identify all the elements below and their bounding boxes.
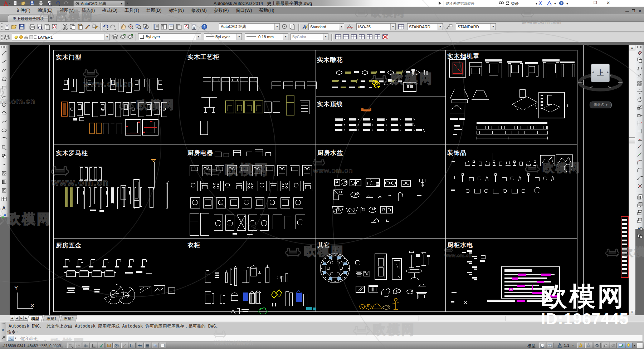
lock-icon[interactable] <box>602 343 609 348</box>
doc-close-icon[interactable]: ✕ <box>638 9 641 14</box>
vscroll-thumb[interactable] <box>629 137 635 143</box>
move-tool-icon[interactable] <box>637 89 643 95</box>
workspace-gear-icon[interactable] <box>594 343 601 348</box>
menu-item-5[interactable]: 工具(T) <box>121 7 143 14</box>
viewport-icon-7[interactable] <box>382 34 389 40</box>
viewport-icon-2[interactable] <box>343 34 349 40</box>
menu-item-2[interactable]: 视图(V) <box>56 7 78 14</box>
blockeditor-icon[interactable] <box>92 24 99 30</box>
signin-menu-icon[interactable]: ▼ <box>535 3 538 5</box>
window-close-button[interactable]: ✕ <box>603 0 613 6</box>
mtext-tool-icon[interactable]: A <box>1 205 7 211</box>
tab-close-icon[interactable]: ✕ <box>49 16 52 20</box>
status-toggle-osnap3d[interactable] <box>113 343 120 348</box>
annotation-scale-menu-icon[interactable]: ▼ <box>572 344 574 346</box>
quickcalc-icon[interactable] <box>191 24 198 30</box>
menu-item-4[interactable]: 格式(O) <box>98 7 121 14</box>
help-toolbar-icon[interactable]: ? <box>201 24 209 30</box>
menu-item-8[interactable]: 修改(M) <box>187 7 210 14</box>
layerprops-icon[interactable] <box>4 34 11 40</box>
exchange-apps-icon[interactable]: X <box>539 0 542 6</box>
layout-tab-1[interactable]: 布局1 <box>43 315 60 321</box>
array-tool-icon[interactable] <box>637 81 643 87</box>
block-tool-icon[interactable] <box>1 153 7 159</box>
markupmgr-icon[interactable] <box>183 24 191 30</box>
qat-overflow-icon[interactable]: ▼ <box>126 2 129 5</box>
menu-item-11[interactable]: 帮助(H) <box>255 7 278 14</box>
isolate-icon[interactable] <box>610 343 617 348</box>
status-toggle-dyn[interactable] <box>137 343 143 348</box>
insert-tool-icon[interactable] <box>1 144 7 151</box>
open-icon[interactable] <box>21 1 26 6</box>
preview-icon[interactable] <box>47 1 52 6</box>
hatchback-tool-icon[interactable] <box>637 233 643 239</box>
status-toggle-grid-dots[interactable] <box>75 343 82 348</box>
status-toggle-ducs[interactable] <box>129 343 136 348</box>
vertical-scrollbar[interactable]: ▲▼ <box>629 45 635 315</box>
line-tool-icon[interactable] <box>1 50 7 56</box>
doc-minimize-icon[interactable]: — <box>625 9 629 13</box>
explode-tool-icon[interactable] <box>637 183 643 189</box>
plotstyle-combo[interactable]: ByColor▼ <box>291 33 328 40</box>
sheetsetmgr-icon[interactable] <box>176 24 183 30</box>
plot-icon[interactable] <box>29 24 36 30</box>
a360-icon[interactable] <box>547 1 552 6</box>
viewport-icon-4[interactable] <box>358 34 365 40</box>
signin-user-icon[interactable] <box>505 1 510 6</box>
matchprops-icon[interactable] <box>84 24 92 30</box>
status-toggle-lwt[interactable] <box>144 343 151 348</box>
redo-icon[interactable] <box>64 1 69 6</box>
layer-combo[interactable]: LAYER1▼ <box>12 34 110 40</box>
status-toggle-otrack[interactable] <box>121 343 128 348</box>
workspace-save-icon[interactable] <box>289 23 296 30</box>
status-toggle-snap[interactable] <box>67 343 74 348</box>
tab-nav-next-button[interactable]: ▶ <box>19 316 24 321</box>
workspace-combo[interactable]: AutoCAD 经典▼ <box>219 23 280 30</box>
help-menu-icon[interactable]: ▼ <box>566 3 569 5</box>
open-icon[interactable] <box>11 24 19 30</box>
copy-icon[interactable] <box>69 24 77 30</box>
break-tool-icon[interactable] <box>637 144 643 150</box>
command-input-row[interactable]: >_▼键入命令 <box>6 335 643 341</box>
tab-nav-prev-button[interactable]: ◀ <box>15 316 19 321</box>
layer-icon-2[interactable] <box>119 34 126 40</box>
offset-tool-icon[interactable] <box>637 73 643 79</box>
drawing-canvas[interactable]: 实木门型实木工艺柜实木雕花实木烟机罩实木顶线实木罗马柱厨房电器厨房水盆装饰品厨房… <box>10 45 629 315</box>
viewport-icon-5[interactable] <box>366 34 373 40</box>
window-minimize-button[interactable]: — <box>577 0 587 6</box>
window-maximize-button[interactable]: ❐ <box>590 0 600 6</box>
toback-tool-icon[interactable] <box>637 202 643 208</box>
zoom-previous-icon[interactable] <box>143 24 150 30</box>
search-expand-icon[interactable] <box>439 1 441 5</box>
vscroll-down-button[interactable]: ▼ <box>629 310 635 315</box>
addsel-tool-icon[interactable] <box>1 213 7 219</box>
mirror-tool-icon[interactable] <box>637 65 643 71</box>
text-style-combo[interactable]: Standard▼ <box>308 23 344 30</box>
blend-tool-icon[interactable] <box>637 175 643 181</box>
erase-tool-icon[interactable] <box>637 49 643 55</box>
doc-restore-icon[interactable]: ❐ <box>632 9 635 13</box>
rotate-tool-icon[interactable] <box>637 97 643 103</box>
viewport-icon-3[interactable] <box>351 34 357 40</box>
layout-tab-2[interactable]: 布局2 <box>60 315 77 321</box>
viewcube-wcs-pill[interactable]: 未命名 ▼ <box>590 102 612 108</box>
command-tools-icon[interactable] <box>1 335 5 340</box>
chamfer-tool-icon[interactable] <box>637 159 643 166</box>
menu-item-6[interactable]: 绘图(D) <box>143 7 165 14</box>
earc-tool-icon[interactable] <box>1 136 7 142</box>
color-combo[interactable]: ByLayer▼ <box>138 33 201 40</box>
zoom-realtime-icon[interactable] <box>128 24 135 30</box>
plot-icon[interactable] <box>38 1 44 6</box>
status-toggle-grid[interactable] <box>83 343 89 348</box>
cleanscreen-button[interactable] <box>637 343 643 348</box>
workspace-switcher[interactable]: AutoCAD 经典▼ <box>73 0 125 7</box>
layer-icon-3[interactable] <box>127 34 133 40</box>
trim-tool-icon[interactable] <box>637 120 643 126</box>
tofront-tool-icon[interactable] <box>637 194 643 200</box>
undo-icon[interactable] <box>102 24 110 30</box>
pline-tool-icon[interactable] <box>1 67 7 73</box>
hatch-tool-icon[interactable] <box>1 170 7 176</box>
dwf-icon[interactable] <box>52 24 59 30</box>
command-chip-menu-icon[interactable]: ▼ <box>14 337 17 339</box>
table-tool-icon[interactable] <box>1 196 7 202</box>
